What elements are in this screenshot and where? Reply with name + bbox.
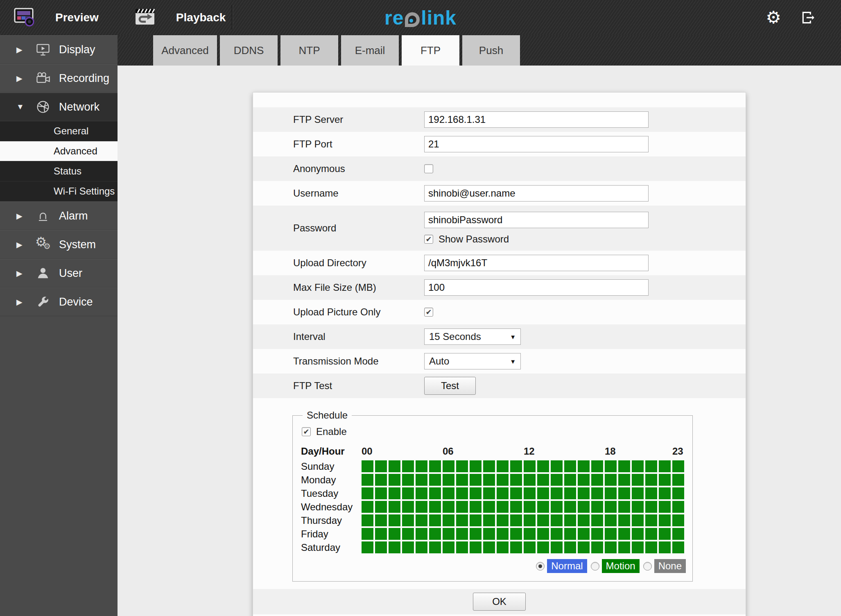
schedule-cell[interactable]	[578, 460, 590, 472]
sidebar-item-display[interactable]: ▶Display	[0, 35, 118, 64]
schedule-cell[interactable]	[362, 487, 373, 499]
schedule-cell[interactable]	[659, 528, 671, 540]
schedule-cell[interactable]	[578, 541, 590, 553]
schedule-cell[interactable]	[551, 541, 563, 553]
none-radio[interactable]	[643, 562, 652, 571]
schedule-cell[interactable]	[672, 487, 684, 499]
preview-nav-button[interactable]: Preview	[14, 7, 99, 28]
schedule-cell[interactable]	[362, 501, 373, 513]
settings-gear-icon[interactable]: ⚙	[766, 9, 781, 26]
schedule-cell[interactable]	[672, 541, 684, 553]
schedule-cell[interactable]	[362, 460, 373, 472]
sidebar-item-network[interactable]: ▼Network	[0, 93, 118, 121]
schedule-cell[interactable]	[551, 514, 563, 526]
schedule-cell[interactable]	[510, 487, 522, 499]
schedule-cell[interactable]	[591, 460, 603, 472]
schedule-cell[interactable]	[402, 460, 414, 472]
schedule-cell[interactable]	[537, 487, 549, 499]
schedule-enable-checkbox[interactable]	[302, 427, 311, 436]
normal-radio[interactable]	[536, 562, 545, 571]
schedule-cell[interactable]	[564, 528, 576, 540]
motion-radio[interactable]	[591, 562, 599, 571]
schedule-cell[interactable]	[470, 460, 482, 472]
schedule-cell[interactable]	[470, 487, 482, 499]
schedule-cell[interactable]	[497, 501, 509, 513]
schedule-cell[interactable]	[591, 501, 603, 513]
schedule-cell[interactable]	[389, 541, 400, 553]
schedule-cell[interactable]	[470, 514, 482, 526]
schedule-cell[interactable]	[618, 514, 630, 526]
schedule-cell[interactable]	[389, 487, 400, 499]
schedule-cell[interactable]	[524, 474, 536, 486]
schedule-cell[interactable]	[632, 460, 644, 472]
sidebar-item-recording[interactable]: ▶Recording	[0, 64, 118, 93]
schedule-cell[interactable]	[416, 514, 427, 526]
schedule-cell[interactable]	[605, 528, 617, 540]
schedule-cell[interactable]	[632, 514, 644, 526]
max-file-size-input[interactable]	[424, 279, 649, 296]
schedule-cell[interactable]	[645, 541, 657, 553]
ftp-test-button[interactable]: Test	[424, 377, 476, 395]
schedule-cell[interactable]	[645, 474, 657, 486]
schedule-cell[interactable]	[497, 487, 509, 499]
content-area[interactable]: FTP Server FTP Port Anonymous Username P…	[118, 66, 841, 616]
schedule-cell[interactable]	[483, 460, 495, 472]
schedule-cell[interactable]	[551, 460, 563, 472]
schedule-cell[interactable]	[483, 474, 495, 486]
schedule-cell[interactable]	[362, 474, 373, 486]
schedule-cell[interactable]	[672, 474, 684, 486]
schedule-cell[interactable]	[591, 528, 603, 540]
schedule-cell[interactable]	[524, 460, 536, 472]
schedule-cell[interactable]	[375, 460, 387, 472]
schedule-cell[interactable]	[510, 501, 522, 513]
schedule-cell[interactable]	[618, 541, 630, 553]
schedule-cell[interactable]	[537, 501, 549, 513]
sidebar-item-alarm[interactable]: ▶Alarm	[0, 202, 118, 230]
schedule-cell[interactable]	[483, 514, 495, 526]
sidebar-item-device[interactable]: ▶Device	[0, 288, 118, 316]
schedule-cell[interactable]	[672, 460, 684, 472]
schedule-cell[interactable]	[632, 501, 644, 513]
schedule-cell[interactable]	[483, 501, 495, 513]
schedule-cell[interactable]	[416, 541, 427, 553]
schedule-cell[interactable]	[470, 474, 482, 486]
schedule-cell[interactable]	[605, 501, 617, 513]
sidebar-subitem-wi-fi-settings[interactable]: Wi-Fi Settings	[0, 181, 118, 202]
schedule-cell[interactable]	[645, 487, 657, 499]
schedule-cell[interactable]	[578, 474, 590, 486]
schedule-cell[interactable]	[632, 528, 644, 540]
sidebar-item-user[interactable]: ▶User	[0, 259, 118, 288]
schedule-cell[interactable]	[551, 474, 563, 486]
schedule-cell[interactable]	[510, 541, 522, 553]
schedule-cell[interactable]	[632, 541, 644, 553]
tab-push[interactable]: Push	[462, 35, 520, 66]
schedule-cell[interactable]	[645, 514, 657, 526]
schedule-cell[interactable]	[429, 541, 441, 553]
schedule-cell[interactable]	[564, 501, 576, 513]
schedule-cell[interactable]	[537, 460, 549, 472]
schedule-cell[interactable]	[443, 541, 454, 553]
schedule-cell[interactable]	[456, 528, 468, 540]
schedule-cell[interactable]	[362, 528, 373, 540]
schedule-cell[interactable]	[416, 487, 427, 499]
schedule-cell[interactable]	[659, 487, 671, 499]
schedule-cell[interactable]	[389, 460, 400, 472]
schedule-cell[interactable]	[578, 514, 590, 526]
schedule-cell[interactable]	[402, 501, 414, 513]
schedule-cell[interactable]	[659, 514, 671, 526]
tab-e-mail[interactable]: E-mail	[341, 35, 399, 66]
schedule-cell[interactable]	[443, 487, 454, 499]
upload-directory-input[interactable]	[424, 255, 649, 271]
schedule-cell[interactable]	[510, 528, 522, 540]
schedule-cell[interactable]	[605, 460, 617, 472]
playback-nav-button[interactable]: Playback	[133, 7, 226, 28]
schedule-cell[interactable]	[672, 514, 684, 526]
sidebar-subitem-advanced[interactable]: Advanced	[0, 141, 118, 161]
schedule-cell[interactable]	[443, 474, 454, 486]
show-password-checkbox[interactable]	[424, 235, 433, 244]
schedule-cell[interactable]	[578, 487, 590, 499]
schedule-cell[interactable]	[416, 474, 427, 486]
logout-icon[interactable]	[800, 10, 816, 25]
schedule-cell[interactable]	[564, 487, 576, 499]
schedule-cell[interactable]	[551, 501, 563, 513]
